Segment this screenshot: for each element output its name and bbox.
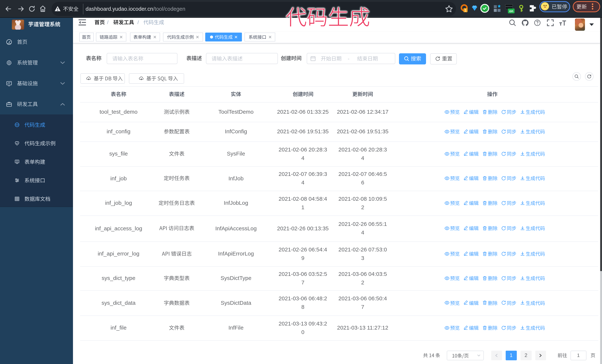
svg-text:1: 1 — [464, 9, 466, 12]
svg-text:on: on — [509, 9, 513, 13]
